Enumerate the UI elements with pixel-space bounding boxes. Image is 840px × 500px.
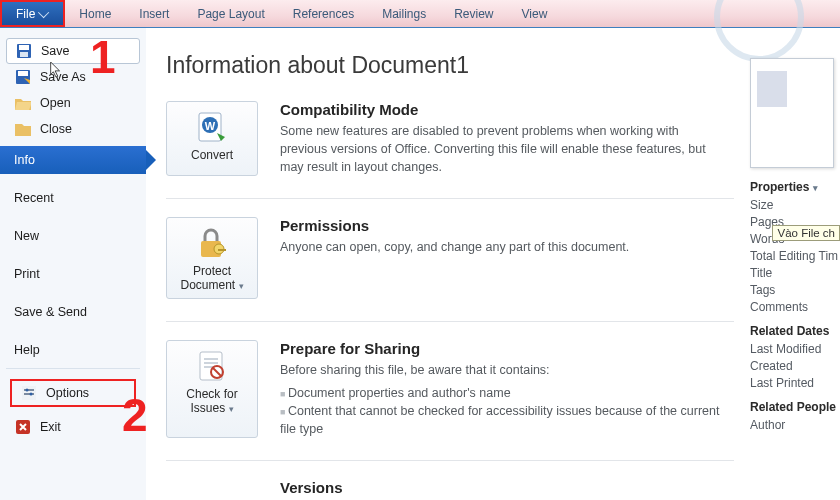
sidebar-info[interactable]: Info [0,146,146,174]
tooltip: Vào File ch [772,225,840,241]
exit-icon [14,419,32,435]
prop-last-modified: Last Modified [750,342,840,356]
sidebar-options-label: Options [46,386,89,400]
prop-author: Author [750,418,840,432]
sidebar-print[interactable]: Print [0,260,146,288]
svg-rect-18 [204,358,218,360]
check-issues-button[interactable]: Check for Issues ▾ [166,340,258,438]
prop-comments: Comments [750,300,840,314]
convert-icon: W [194,110,230,144]
related-dates-heading: Related Dates [750,324,840,338]
prop-total-editing: Total Editing Tim [750,249,840,263]
prop-last-printed: Last Printed [750,376,840,390]
svg-text:W: W [205,120,216,132]
properties-heading[interactable]: Properties ▾ [750,180,840,194]
sidebar-info-label: Info [14,153,35,167]
prop-title: Title [750,266,840,280]
tab-file[interactable]: File [0,0,65,27]
tab-insert[interactable]: Insert [125,0,183,27]
protect-icon [194,226,230,260]
perm-body: Anyone can open, copy, and change any pa… [280,238,720,256]
sidebar-exit[interactable]: Exit [0,413,146,441]
tab-mailings[interactable]: Mailings [368,0,440,27]
backstage-content: Information about Document1 W Convert Co… [146,28,744,500]
open-icon [14,95,32,111]
sidebar-new[interactable]: New [0,222,146,250]
tab-home[interactable]: Home [65,0,125,27]
ribbon-tabs: File Home Insert Page Layout References … [0,0,840,28]
sidebar-options[interactable]: Options [10,379,136,407]
sidebar-save-send[interactable]: Save & Send [0,298,146,326]
svg-rect-2 [20,52,28,57]
section-compatibility: W Convert Compatibility Mode Some new fe… [166,91,734,198]
sidebar-save-as-label: Save As [40,70,86,84]
compat-body: Some new features are disabled to preven… [280,122,720,176]
prop-tags: Tags [750,283,840,297]
save-as-icon [14,69,32,85]
section-prepare-sharing: Check for Issues ▾ Prepare for Sharing B… [166,321,734,460]
protect-document-button[interactable]: Protect Document ▾ [166,217,258,299]
close-icon [14,121,32,137]
compat-heading: Compatibility Mode [280,101,720,118]
sidebar-open[interactable]: Open [0,90,146,116]
sidebar-recent[interactable]: Recent [0,184,146,212]
check-issues-label: Check for Issues ▾ [171,387,253,415]
tab-view[interactable]: View [508,0,562,27]
properties-panel: Properties ▾ Size Pages Words Total Edit… [744,28,840,500]
sidebar-close-label: Close [40,122,72,136]
svg-point-8 [26,389,29,392]
share-bullet-1: Document properties and author's name [280,384,720,402]
related-people-heading: Related People [750,400,840,414]
backstage-sidebar: Save Save As Open Close Info Recent New … [0,28,146,500]
versions-heading: Versions [280,479,720,496]
svg-rect-16 [218,249,226,251]
svg-point-9 [30,393,33,396]
document-thumbnail[interactable] [750,58,834,168]
save-icon [15,43,33,59]
prop-size: Size [750,198,840,212]
tab-page-layout[interactable]: Page Layout [183,0,278,27]
page-title: Information about Document1 [166,52,734,79]
check-issues-icon [194,349,230,383]
sidebar-save-as[interactable]: Save As [0,64,146,90]
sidebar-save[interactable]: Save [6,38,140,64]
perm-heading: Permissions [280,217,720,234]
tab-references[interactable]: References [279,0,368,27]
convert-button-label: Convert [171,148,253,162]
protect-button-label: Protect Document ▾ [171,264,253,292]
sidebar-close[interactable]: Close [0,116,146,142]
section-versions: Versions There are no previous versions … [166,460,734,500]
sidebar-exit-label: Exit [40,420,61,434]
prop-created: Created [750,359,840,373]
sidebar-open-label: Open [40,96,71,110]
svg-rect-19 [204,362,218,364]
share-heading: Prepare for Sharing [280,340,720,357]
sidebar-separator [6,368,140,369]
sidebar-help[interactable]: Help [0,336,146,364]
share-bullet-2: Content that cannot be checked for acces… [280,402,720,438]
options-icon [20,385,38,401]
tab-review[interactable]: Review [440,0,507,27]
section-permissions: Protect Document ▾ Permissions Anyone ca… [166,198,734,321]
share-intro: Before sharing this file, be aware that … [280,361,720,379]
sidebar-save-label: Save [41,44,70,58]
svg-rect-4 [18,71,28,76]
svg-rect-1 [19,45,29,50]
convert-button[interactable]: W Convert [166,101,258,176]
